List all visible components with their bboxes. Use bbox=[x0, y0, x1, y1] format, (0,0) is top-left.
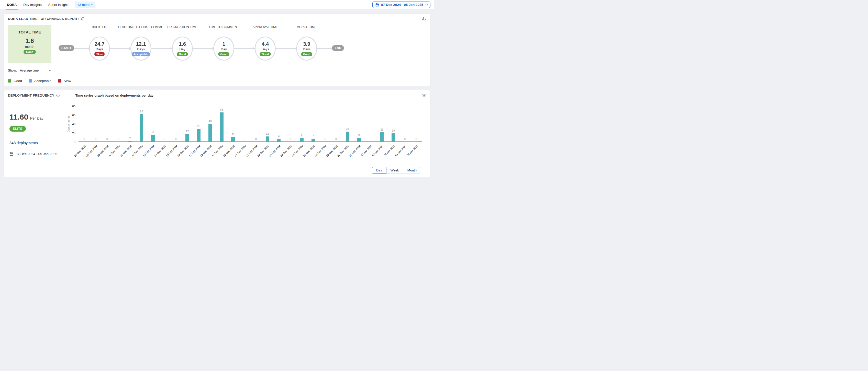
deployment-frequency-card: DEPLOYMENT FREQUENCY Time series graph b… bbox=[4, 90, 430, 177]
bar-value-label: 21 bbox=[380, 128, 383, 131]
bar[interactable] bbox=[346, 132, 349, 142]
bar-value-label: 0 bbox=[324, 137, 326, 140]
deployment-frequency-title: DEPLOYMENT FREQUENCY bbox=[8, 94, 60, 97]
bar-value-label: 11 bbox=[232, 133, 235, 136]
pipeline-stage-pr-creation-time: PR CREATION TIME1.6DayGood bbox=[172, 25, 193, 61]
bar-slot: 16 bbox=[147, 106, 159, 142]
show-metric-dropdown[interactable]: Average time bbox=[20, 69, 51, 72]
bar-value-label: 7 bbox=[312, 134, 314, 137]
x-tick-label: 07 Dec 2024 bbox=[73, 144, 87, 158]
sliders-icon[interactable] bbox=[422, 17, 426, 21]
stage-value: 24.7 bbox=[95, 41, 104, 47]
stage-circle[interactable]: 12.1DaysAcceptable bbox=[130, 37, 151, 61]
bar[interactable] bbox=[140, 114, 143, 142]
bar-slot: 2 bbox=[124, 106, 136, 142]
bars-container: 0000262160017294066110012608700239021190… bbox=[79, 106, 422, 142]
pipeline-end-node: END bbox=[332, 45, 344, 51]
granularity-month-button[interactable]: Month bbox=[403, 167, 421, 174]
tab-dev-insights[interactable]: Dev Insights bbox=[20, 0, 45, 9]
stage-status-badge: Acceptable bbox=[132, 52, 150, 56]
stage-value: 1 bbox=[222, 41, 225, 47]
stage-unit: Days bbox=[137, 47, 145, 51]
bar-slot: 62 bbox=[136, 106, 147, 142]
bar-slot: 0 bbox=[79, 106, 90, 142]
stage-status-badge: Good bbox=[218, 52, 229, 56]
bar-value-label: 66 bbox=[220, 108, 223, 111]
pipeline-arrow bbox=[234, 48, 255, 48]
bar-slot: 8 bbox=[296, 106, 308, 142]
bar[interactable] bbox=[185, 134, 189, 142]
stage-unit: Day bbox=[221, 47, 227, 51]
stage-circle[interactable]: 3.9DaysGood bbox=[296, 37, 317, 61]
bar-slot: 66 bbox=[216, 106, 227, 142]
legend-item-good: Good bbox=[8, 79, 22, 83]
legend-swatch bbox=[8, 79, 11, 82]
bar[interactable] bbox=[392, 133, 395, 142]
stage-unit: Days bbox=[96, 47, 103, 51]
bar-value-label: 0 bbox=[370, 137, 371, 140]
stage-circle[interactable]: 24.7DaysSlow bbox=[89, 37, 110, 61]
deployment-rate-unit: Per Day bbox=[30, 116, 43, 120]
bar-value-label: 0 bbox=[95, 137, 96, 140]
more-tabs-button[interactable]: +3 more bbox=[75, 2, 95, 8]
total-time-title: TOTAL TIME bbox=[8, 30, 52, 34]
lead-time-card: DORA LEAD TIME FOR CHANGES REPORT TOTAL … bbox=[4, 13, 430, 87]
stage-circle[interactable]: 4.4DaysGood bbox=[255, 37, 276, 61]
bar[interactable] bbox=[300, 138, 304, 142]
bar[interactable] bbox=[220, 112, 223, 142]
bar-slot: 0 bbox=[250, 106, 261, 142]
info-icon[interactable] bbox=[81, 17, 84, 21]
bar-value-label: 12 bbox=[266, 132, 269, 135]
granularity-week-button[interactable]: Week bbox=[386, 167, 403, 174]
deployment-rate: 11.60 bbox=[9, 113, 28, 122]
stage-status-badge: Good bbox=[259, 52, 271, 56]
bar[interactable] bbox=[266, 136, 269, 142]
pipeline-arrow bbox=[110, 48, 130, 48]
bar[interactable] bbox=[151, 135, 155, 142]
bar[interactable] bbox=[209, 124, 212, 142]
stage-status-badge: Slow bbox=[94, 52, 105, 56]
stage-value: 4.4 bbox=[261, 41, 269, 47]
chevron-down-icon bbox=[91, 3, 93, 5]
bar-value-label: 0 bbox=[118, 137, 119, 140]
bar-value-label: 19 bbox=[392, 129, 395, 132]
bar-slot: 0 bbox=[159, 106, 170, 142]
bar[interactable] bbox=[380, 132, 383, 142]
tab-sprint-insights[interactable]: Sprint Insights bbox=[45, 0, 73, 9]
bar-value-label: 23 bbox=[346, 127, 349, 130]
bar[interactable] bbox=[311, 139, 315, 142]
bar[interactable] bbox=[231, 137, 235, 142]
date-range-picker[interactable]: 07 Dec 2024 - 05 Jan 2025 bbox=[372, 2, 430, 8]
tier-badge: ELITE bbox=[9, 126, 26, 132]
stage-circle[interactable]: 1.6DayGood bbox=[172, 37, 193, 61]
tab-list: DORADev InsightsSprint Insights bbox=[4, 0, 73, 9]
stage-circle[interactable]: 1DayGood bbox=[213, 37, 234, 61]
bar-value-label: 0 bbox=[244, 137, 245, 140]
total-time-card: TOTAL TIME 1.6 month Good bbox=[8, 25, 52, 63]
granularity-day-button[interactable]: Day bbox=[372, 167, 386, 174]
legend-swatch bbox=[58, 79, 61, 82]
pipeline-stage-time-to-comment: TIME TO COMMENT1DayGood bbox=[213, 25, 234, 61]
bar-slot: 11 bbox=[227, 106, 239, 142]
tab-dora[interactable]: DORA bbox=[4, 0, 20, 9]
lead-time-pipeline: STARTBACKLOG24.7DaysSlowLEAD TIME TO FIR… bbox=[59, 25, 344, 63]
status-legend: GoodAcceptableSlow bbox=[8, 79, 426, 83]
pipeline-stage-lead-time-to-first-commit: LEAD TIME TO FIRST COMMIT12.1DaysAccepta… bbox=[130, 25, 151, 61]
sliders-icon[interactable] bbox=[422, 94, 426, 97]
bar[interactable] bbox=[357, 138, 361, 142]
bar[interactable] bbox=[197, 129, 200, 142]
x-axis-labels: 07 Dec 202408 Dec 202409 Dec 202410 Dec … bbox=[79, 142, 422, 166]
bar[interactable] bbox=[277, 139, 281, 142]
bar-value-label: 0 bbox=[415, 137, 417, 140]
bar-slot: 21 bbox=[376, 106, 388, 142]
bar-slot: 0 bbox=[331, 106, 342, 142]
bar-value-label: 2 bbox=[129, 137, 131, 140]
bar-value-label: 6 bbox=[278, 135, 280, 138]
deployments-bar-chart: Deployments 0204060800000262160017294066… bbox=[66, 98, 426, 174]
date-range-label: 07 Dec 2024 - 05 Jan 2025 bbox=[381, 3, 423, 7]
info-icon[interactable] bbox=[56, 94, 60, 97]
bar-slot: 17 bbox=[182, 106, 193, 142]
bar-slot: 0 bbox=[113, 106, 124, 142]
pipeline-arrow bbox=[317, 48, 332, 48]
total-time-unit: month bbox=[8, 45, 52, 48]
